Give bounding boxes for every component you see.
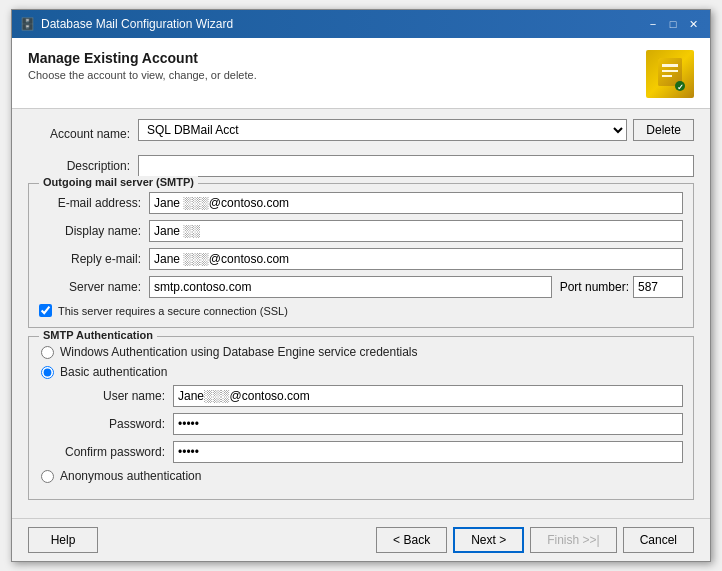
header-section: Manage Existing Account Choose the accou… xyxy=(12,38,710,109)
basic-auth-row: Basic authentication xyxy=(39,365,683,379)
email-label: E-mail address: xyxy=(39,196,149,210)
display-row: Display name: xyxy=(39,220,683,242)
window-icon: 🗄️ xyxy=(20,17,35,31)
windows-auth-label[interactable]: Windows Authentication using Database En… xyxy=(60,345,418,359)
account-name-row: Account name: SQL DBMail Acct Delete xyxy=(28,119,694,149)
page-title: Manage Existing Account xyxy=(28,50,257,66)
title-controls: − □ ✕ xyxy=(644,16,702,32)
basic-auth-fields: User name: Password: Confirm password: xyxy=(39,385,683,463)
help-button[interactable]: Help xyxy=(28,527,98,553)
confirm-password-label: Confirm password: xyxy=(63,445,173,459)
description-row: Description: xyxy=(28,155,694,177)
svg-rect-4 xyxy=(662,75,672,77)
confirm-password-input[interactable] xyxy=(173,441,683,463)
description-label: Description: xyxy=(28,159,138,173)
username-row: User name: xyxy=(63,385,683,407)
content-area: Account name: SQL DBMail Acct Delete Des… xyxy=(12,109,710,518)
display-input[interactable] xyxy=(149,220,683,242)
port-input[interactable] xyxy=(633,276,683,298)
email-row: E-mail address: xyxy=(39,192,683,214)
description-input[interactable] xyxy=(138,155,694,177)
display-label: Display name: xyxy=(39,224,149,238)
reply-row: Reply e-mail: xyxy=(39,248,683,270)
header-icon: ✓ xyxy=(646,50,694,98)
anonymous-auth-label[interactable]: Anonymous authentication xyxy=(60,469,201,483)
reply-label: Reply e-mail: xyxy=(39,252,149,266)
title-bar: 🗄️ Database Mail Configuration Wizard − … xyxy=(12,10,710,38)
basic-auth-radio[interactable] xyxy=(41,366,54,379)
smtp-group-label: Outgoing mail server (SMTP) xyxy=(39,176,198,188)
anonymous-auth-radio[interactable] xyxy=(41,470,54,483)
windows-auth-row: Windows Authentication using Database En… xyxy=(39,345,683,359)
next-button[interactable]: Next > xyxy=(453,527,524,553)
close-button[interactable]: ✕ xyxy=(684,16,702,32)
footer-right: < Back Next > Finish >>| Cancel xyxy=(376,527,694,553)
minimize-button[interactable]: − xyxy=(644,16,662,32)
ssl-row: This server requires a secure connection… xyxy=(39,304,683,317)
main-window: 🗄️ Database Mail Configuration Wizard − … xyxy=(11,9,711,562)
server-label: Server name: xyxy=(39,280,149,294)
windows-auth-radio[interactable] xyxy=(41,346,54,359)
page-subtitle: Choose the account to view, change, or d… xyxy=(28,69,257,81)
finish-button[interactable]: Finish >>| xyxy=(530,527,616,553)
confirm-password-row: Confirm password: xyxy=(63,441,683,463)
footer: Help < Back Next > Finish >>| Cancel xyxy=(12,518,710,561)
cancel-button[interactable]: Cancel xyxy=(623,527,694,553)
username-input[interactable] xyxy=(173,385,683,407)
account-name-select[interactable]: SQL DBMail Acct xyxy=(138,119,627,141)
server-row: Server name: Port number: xyxy=(39,276,683,298)
auth-group: SMTP Authentication Windows Authenticati… xyxy=(28,336,694,500)
window-title: Database Mail Configuration Wizard xyxy=(41,17,233,31)
password-input[interactable] xyxy=(173,413,683,435)
svg-rect-2 xyxy=(662,64,678,67)
smtp-group: Outgoing mail server (SMTP) E-mail addre… xyxy=(28,183,694,328)
account-name-label: Account name: xyxy=(28,127,138,141)
footer-left: Help xyxy=(28,527,98,553)
delete-button[interactable]: Delete xyxy=(633,119,694,141)
ssl-checkbox[interactable] xyxy=(39,304,52,317)
reply-input[interactable] xyxy=(149,248,683,270)
server-name-input[interactable] xyxy=(149,276,552,298)
svg-rect-3 xyxy=(662,70,678,72)
password-label: Password: xyxy=(63,417,173,431)
anonymous-auth-row: Anonymous authentication xyxy=(39,469,683,483)
email-input[interactable] xyxy=(149,192,683,214)
port-label: Port number: xyxy=(560,280,629,294)
header-text: Manage Existing Account Choose the accou… xyxy=(28,50,257,81)
ssl-label[interactable]: This server requires a secure connection… xyxy=(58,305,288,317)
auth-group-label: SMTP Authentication xyxy=(39,329,157,341)
password-row: Password: xyxy=(63,413,683,435)
svg-text:✓: ✓ xyxy=(677,83,684,92)
maximize-button[interactable]: □ xyxy=(664,16,682,32)
title-bar-left: 🗄️ Database Mail Configuration Wizard xyxy=(20,17,233,31)
username-label: User name: xyxy=(63,389,173,403)
back-button[interactable]: < Back xyxy=(376,527,447,553)
basic-auth-label[interactable]: Basic authentication xyxy=(60,365,167,379)
